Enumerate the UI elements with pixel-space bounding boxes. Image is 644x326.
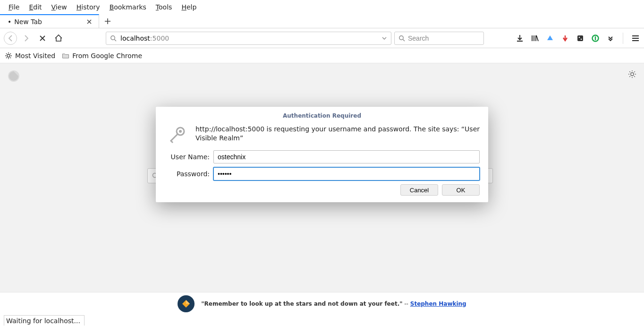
url-host: localhost [120,34,150,42]
bookmark-label: Most Visited [15,52,55,60]
dialog-message: http://localhost:5000 is requesting your… [195,125,480,143]
hamburger-menu-icon[interactable] [631,34,640,43]
tab-strip: • New Tab [0,14,644,28]
extension-icon-green-circle[interactable] [591,34,600,43]
new-tab-button[interactable] [99,14,116,28]
menu-history[interactable]: History [72,1,105,13]
menu-tools[interactable]: Tools [151,1,177,13]
cancel-button[interactable]: Cancel [400,184,438,196]
footer-bar: "Remember to look up at the stars and no… [0,292,644,315]
footer-quote: "Remember to look up at the stars and no… [201,300,466,307]
password-label: Password: [164,170,210,178]
status-text: Waiting for localhost... [4,315,85,326]
svg-rect-6 [595,36,596,40]
dialog-title: Authentication Required [164,112,480,119]
svg-point-1 [399,35,403,39]
url-port: :5000 [150,34,169,42]
quote-text: "Remember to look up at the stars and no… [201,300,402,307]
home-button[interactable] [52,32,65,45]
search-icon [398,35,405,42]
svg-rect-2 [577,35,583,41]
ok-button[interactable]: OK [442,184,480,196]
quote-badge-icon [178,295,195,312]
auth-dialog: Authentication Required http://localhost… [156,107,488,202]
downloads-icon[interactable] [515,34,525,43]
library-icon[interactable] [530,34,540,43]
url-dropdown-icon[interactable] [381,35,387,41]
menu-bookmarks[interactable]: Bookmarks [105,1,151,13]
navigation-toolbar: localhost:5000 [0,28,644,48]
extension-icon-red-arrow[interactable] [560,34,570,43]
bookmark-label: From Google Chrome [72,52,142,60]
folder-icon [62,52,69,60]
tab-label: New Tab [14,18,85,26]
svg-point-4 [581,38,582,40]
toolbar-divider [623,33,623,44]
menu-view[interactable]: View [47,1,72,13]
bookmark-from-chrome[interactable]: From Google Chrome [62,52,142,60]
bookmarks-toolbar: Most Visited From Google Chrome [0,48,644,63]
tab-dirty-indicator: • [8,18,11,26]
menu-file[interactable]: File [4,1,24,13]
menu-edit[interactable]: Edit [24,1,46,13]
status-bar: Waiting for localhost... [0,315,644,326]
close-tab-icon[interactable] [85,18,94,26]
gear-icon [5,52,12,60]
svg-point-12 [179,130,182,133]
extension-icon-square[interactable] [576,34,585,43]
modal-layer: Authentication Required http://localhost… [0,63,644,292]
stop-button[interactable] [36,32,49,45]
svg-point-0 [111,35,115,39]
menu-bar: File Edit View History Bookmarks Tools H… [0,0,644,14]
quote-author-link[interactable]: Stephen Hawking [410,300,466,307]
key-icon [168,125,187,144]
url-bar[interactable]: localhost:5000 [106,32,391,45]
username-label: User Name: [164,153,210,161]
back-button[interactable] [4,32,17,45]
password-input[interactable] [213,167,480,180]
svg-point-3 [579,36,580,38]
page-content: Authentication Required http://localhost… [0,63,644,292]
svg-point-7 [7,54,10,57]
tab-new-tab[interactable]: • New Tab [0,14,99,28]
toolbar-right [515,33,640,44]
search-input[interactable] [408,34,480,42]
search-box[interactable] [394,32,484,45]
search-glass-icon [110,35,117,42]
quote-dash: -- [402,300,410,307]
extension-icon-blue[interactable] [545,34,555,43]
forward-button[interactable] [20,32,33,45]
username-input[interactable] [213,150,480,163]
bookmark-most-visited[interactable]: Most Visited [5,52,55,60]
overflow-icon[interactable] [606,34,615,43]
menu-help[interactable]: Help [177,1,201,13]
